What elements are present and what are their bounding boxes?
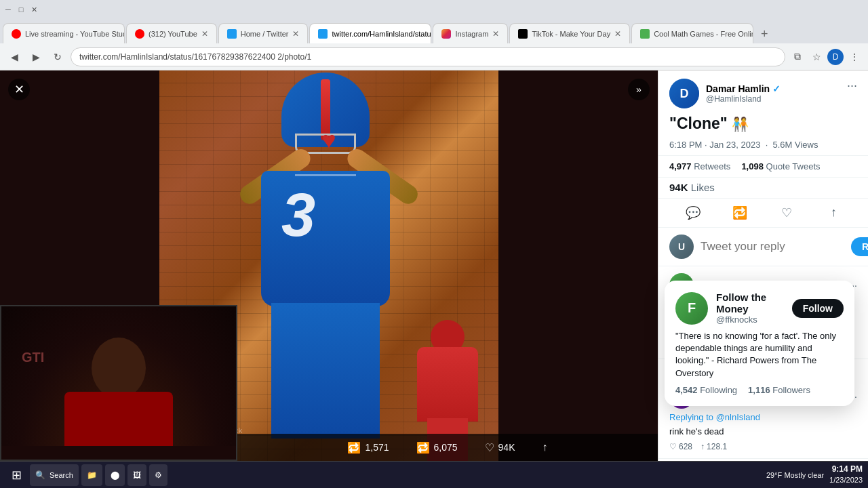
reply-box: U Reply [658, 228, 868, 266]
tweet-stats: 4,977 Retweets 1,098 Quote Tweets [658, 155, 868, 178]
reply-input[interactable] [701, 240, 844, 253]
close-window-icon[interactable]: ✕ [31, 5, 37, 14]
like-action-button[interactable]: ♡ [775, 201, 798, 224]
taskbar-settings[interactable]: ⚙ [149, 464, 167, 486]
like-count: 94K [498, 442, 515, 453]
tweet-meta: 6:18 PM · Jan 23, 2023 · 5.6M Views [669, 140, 857, 150]
close-button[interactable]: ✕ [8, 79, 30, 100]
popup-stats: 4,542 Following 1,116 Followers [675, 385, 844, 395]
share-action-button[interactable]: ↑ [822, 201, 845, 224]
reply-action-button[interactable]: 💬 [682, 201, 705, 224]
tab-twitter-home[interactable]: Home / Twitter ✕ [218, 23, 309, 43]
expand-button[interactable]: » [628, 79, 650, 100]
tab-close-youtube[interactable]: ✕ [201, 29, 208, 39]
tab-coolmath[interactable]: Cool Math Games - Free Online... ✕ [631, 23, 753, 43]
popup-avatar[interactable]: F [675, 292, 708, 325]
webcam-video: GTI [1, 306, 236, 460]
tab-close-instagram[interactable]: ✕ [492, 29, 499, 39]
author-name-row: Damar Hamlin ✓ [706, 83, 781, 94]
comment-brittany: B Brittany #... ✓ @legl... 54m ··· Reply… [658, 459, 868, 461]
retweet-action-button[interactable]: 🔁 [728, 201, 751, 224]
retweet-stat-main[interactable]: 4,977 Retweets [669, 161, 730, 171]
search-taskbar-icon: 🔍 [35, 470, 45, 480]
tab-close-twitter-home[interactable]: ✕ [292, 29, 299, 39]
taskbar-search[interactable]: 🔍 Search [30, 464, 79, 486]
tab-favicon-youtube [135, 29, 144, 39]
tweet-content: "Clone" 🧑‍🤝‍🧑 6:18 PM · Jan 23, 2023 · 5… [658, 114, 868, 155]
tab-twitter-photo[interactable]: twitter.com/HamlinIsland/status/1... ✕ [309, 23, 431, 43]
comment-rt-count-shy: 128.1 [707, 442, 727, 451]
start-button[interactable]: ⊞ [5, 464, 27, 486]
window-controls: ─ □ ✕ [5, 5, 37, 14]
forward-button[interactable]: ▶ [27, 48, 45, 66]
retweet-icon: 🔁 [347, 441, 361, 454]
retweet-stat[interactable]: 🔁 1,571 [347, 441, 389, 454]
minimize-icon[interactable]: ─ [5, 5, 11, 14]
tweet-time: 6:18 PM · Jan 23, 2023 [669, 140, 760, 150]
chrome-icon: ⬤ [111, 470, 119, 480]
heart-hands: ♥ [302, 123, 356, 157]
tab-favicon-twitter-home [227, 29, 237, 39]
tab-yt-studio[interactable]: Live streaming - YouTube Studio ✕ [3, 23, 125, 43]
reply-submit-button[interactable]: Reply [851, 237, 868, 256]
likes-number: 94K [669, 182, 688, 193]
likes-label: Likes [691, 182, 715, 193]
quote-tweet-stat[interactable]: 1,098 Quote Tweets [741, 161, 820, 171]
browser-toolbar: ◀ ▶ ↻ twitter.com/HamlinIsland/status/16… [0, 43, 868, 70]
red-jacket [417, 347, 478, 422]
retweet-action-icon: 🔁 [732, 205, 747, 220]
tab-close-tiktok[interactable]: ✕ [614, 29, 621, 39]
new-tab-button[interactable]: + [755, 24, 774, 43]
likes-count[interactable]: 94K Likes [669, 182, 715, 193]
comment-stats-shy: ♡ 628 ↑ 128.1 [669, 442, 857, 451]
tweet-likes: 94K Likes [658, 178, 868, 199]
comment-like-shy[interactable]: ♡ 628 [669, 442, 692, 451]
tab-favicon-yt-studio [12, 29, 21, 39]
more-options-button[interactable]: ··· [847, 79, 857, 93]
tab-tiktok[interactable]: TikTok - Make Your Day ✕ [509, 23, 630, 43]
back-button[interactable]: ◀ [5, 48, 23, 66]
comment-rt-shy[interactable]: ↑ 128.1 [701, 442, 727, 451]
streamer-silhouette: GTI [1, 306, 236, 460]
reply-icon: 💬 [686, 205, 701, 220]
jersey-number: 3 [281, 184, 315, 245]
tab-favicon-coolmath [640, 29, 650, 39]
address-text: twitter.com/HamlinIsland/status/16176782… [79, 52, 311, 62]
maximize-icon[interactable]: □ [19, 5, 24, 14]
tab-instagram[interactable]: Instagram ✕ [433, 23, 508, 43]
follow-button[interactable]: Follow [792, 299, 844, 318]
player-figure: ♥ 3 [214, 70, 444, 461]
popup-followers-stat[interactable]: 1,116 Followers [748, 385, 810, 395]
taskbar-file-explorer[interactable]: 📁 [81, 464, 102, 486]
popup-name-group: Follow the Money @ffknocks [716, 291, 784, 325]
popup-header: F Follow the Money @ffknocks Follow [675, 291, 844, 325]
bookmark-icon[interactable]: ☆ [808, 49, 825, 65]
browser-titlebar: ─ □ ✕ [0, 0, 868, 19]
toolbar-icons: ⧉ ☆ D ⋮ [789, 49, 863, 65]
tab-favicon-twitter-photo [318, 29, 328, 39]
address-bar[interactable]: twitter.com/HamlinIsland/status/16176782… [71, 47, 785, 66]
extensions-icon[interactable]: ⧉ [789, 49, 806, 65]
author-info: D Damar Hamlin ✓ @HamlinIsland [669, 79, 781, 108]
jersey-collar [295, 174, 356, 176]
like-icon: ♡ [485, 441, 494, 454]
taskbar-photos[interactable]: 🖼 [127, 464, 146, 486]
taskbar-chrome[interactable]: ⬤ [105, 464, 125, 486]
retweet-number: 4,977 [669, 161, 692, 171]
like-stat[interactable]: ♡ 94K [485, 441, 515, 454]
file-explorer-icon: 📁 [87, 470, 97, 480]
more-options-icon[interactable]: ⋮ [846, 49, 863, 65]
tweet-text-row: "Clone" 🧑‍🤝‍🧑 [669, 114, 857, 134]
verified-badge: ✓ [772, 83, 781, 94]
refresh-button[interactable]: ↻ [49, 48, 66, 66]
popup-following-stat[interactable]: 4,542 Following [675, 385, 737, 395]
comment-body-shy: rink he's dead [669, 426, 857, 438]
quote-stat[interactable]: 🔁 6,075 [416, 441, 458, 454]
share-action-icon: ↑ [831, 205, 837, 220]
webcam-bottom [1, 446, 236, 460]
author-avatar[interactable]: D [669, 79, 699, 108]
profile-icon[interactable]: D [827, 49, 844, 65]
share-stat[interactable]: ↑ [542, 441, 548, 453]
person-head [92, 338, 146, 399]
tab-youtube[interactable]: (312) YouTube ✕ [126, 23, 217, 43]
